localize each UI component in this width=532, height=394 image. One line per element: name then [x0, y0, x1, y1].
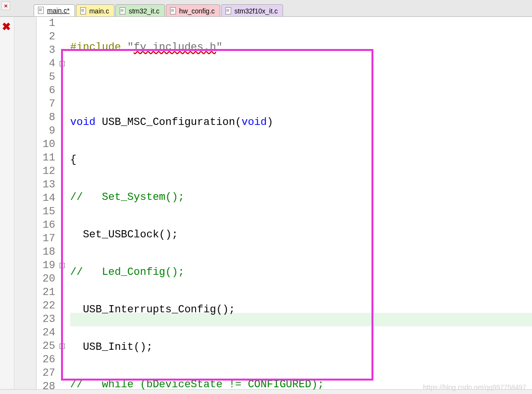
editor-container: ✖ 12345678910111213141516171819202122232… [0, 16, 532, 394]
fold-toggle-icon[interactable]: - [60, 61, 65, 66]
line-number[interactable]: 3 [37, 44, 55, 57]
line-number[interactable]: 22 [37, 299, 55, 313]
tab-stm32f10x-it[interactable]: stm32f10x_it.c [221, 4, 283, 17]
tab-main-c-modified[interactable]: main.c* [34, 4, 75, 17]
file-icon [79, 7, 87, 15]
keyword: void [70, 116, 96, 128]
file-icon [169, 7, 177, 15]
tab-label: hw_config.c [179, 7, 215, 15]
file-icon [224, 7, 232, 15]
line-number[interactable]: 27 [37, 367, 55, 380]
line-number[interactable]: 17 [37, 232, 55, 246]
line-number[interactable]: 28 [37, 380, 55, 394]
tab-stm32-it[interactable]: stm32_it.c [115, 4, 165, 17]
tab-bar: main.c* main.c stm32_it.c hw_config.c st… [34, 4, 284, 16]
line-number[interactable]: 7 [37, 98, 55, 111]
tab-hw-config[interactable]: hw_config.c [166, 4, 220, 17]
fold-guide [62, 64, 62, 230]
line-number[interactable]: 11 [37, 151, 55, 165]
fold-toggle-icon[interactable]: - [60, 344, 65, 349]
line-number[interactable]: 26 [37, 353, 55, 367]
line-number[interactable]: 24 [37, 326, 55, 340]
watermark-text: https://blog.csdn.net/qq997758497 [423, 383, 526, 391]
line-number[interactable]: 15 [37, 205, 55, 219]
fold-guide [62, 346, 62, 380]
line-number[interactable]: 23 [37, 313, 55, 326]
line-number[interactable]: 1 [37, 17, 55, 30]
string: " [216, 41, 223, 53]
fold-toggle-icon[interactable]: - [60, 263, 65, 268]
error-marker-icon[interactable]: ✖ [2, 21, 11, 33]
string: " [127, 41, 134, 53]
code-text[interactable]: #include "fy_includes.h" void USB_MSC_Co… [70, 17, 324, 394]
line-number[interactable]: 2 [37, 30, 55, 44]
line-number[interactable]: 25 [37, 340, 55, 353]
line-number[interactable]: 18 [37, 246, 55, 259]
line-number[interactable]: 13 [37, 178, 55, 192]
tab-label: main.c [89, 7, 109, 15]
file-icon [37, 7, 45, 14]
panel-close-icon[interactable]: ✕ [1, 1, 10, 10]
line-number[interactable]: 5 [37, 71, 55, 84]
ident: USB_MSC_Configuration( [96, 116, 242, 128]
keyword: void [241, 116, 267, 128]
code-editor[interactable]: 1234567891011121314151617181920212223242… [37, 17, 532, 394]
line-number[interactable]: 20 [37, 272, 55, 286]
tab-bar-row: main.c* main.c stm32_it.c hw_config.c st… [0, 0, 532, 16]
line-number-gutter[interactable]: 1234567891011121314151617181920212223242… [37, 17, 58, 394]
preproc: #include [70, 41, 127, 53]
file-icon [119, 7, 126, 15]
line-number[interactable]: 6 [37, 84, 55, 98]
include-path: fy_includes.h [134, 41, 216, 53]
line-number[interactable]: 19 [37, 259, 55, 272]
line-number[interactable]: 8 [37, 111, 55, 124]
tab-main-c[interactable]: main.c [76, 4, 114, 17]
line-number[interactable]: 9 [37, 124, 55, 138]
line-number[interactable]: 4 [37, 57, 55, 71]
tab-label: stm32_it.c [129, 7, 160, 15]
line-number[interactable]: 21 [37, 286, 55, 299]
marker-gutter[interactable] [14, 17, 37, 394]
line-number[interactable]: 12 [37, 165, 55, 178]
line-number[interactable]: 10 [37, 138, 55, 151]
line-number[interactable]: 16 [37, 219, 55, 232]
line-number[interactable]: 14 [37, 192, 55, 205]
tab-label: stm32f10x_it.c [235, 7, 278, 15]
breakpoint-gutter[interactable]: ✖ [0, 17, 14, 394]
tab-label: main.c* [47, 7, 70, 14]
fold-guide [62, 266, 62, 326]
